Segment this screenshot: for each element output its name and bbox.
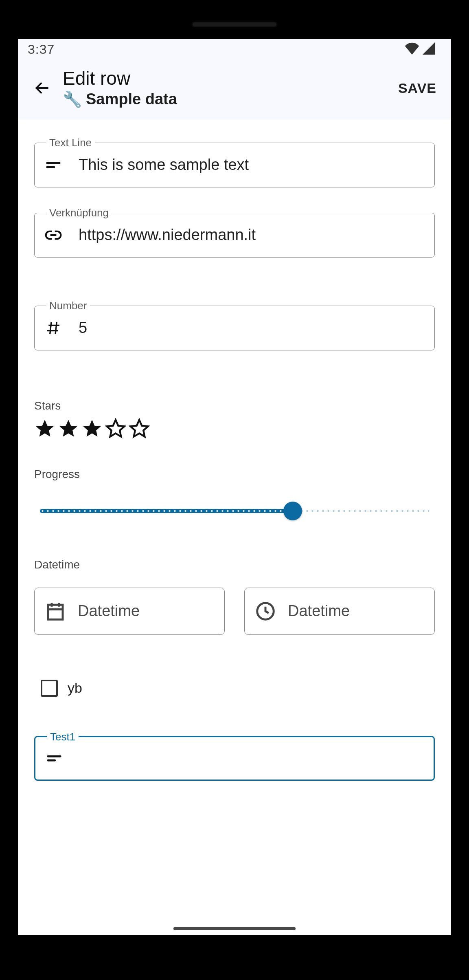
- datetime-date-button-label: Datetime: [78, 602, 140, 620]
- speaker-slot: [192, 22, 277, 27]
- datetime-label: Datetime: [34, 558, 435, 571]
- checkbox-yb-label: yb: [68, 680, 82, 696]
- page-subtitle: Sample data: [86, 90, 177, 108]
- text-line-input[interactable]: [78, 156, 426, 174]
- screen: 3:37 Edit row 🔧 Sample data: [18, 39, 451, 935]
- progress-slider[interactable]: [40, 503, 429, 519]
- clock-icon: [254, 600, 276, 622]
- star-2[interactable]: [58, 418, 79, 439]
- slider-thumb[interactable]: [283, 502, 302, 520]
- progress-label: Progress: [34, 468, 435, 481]
- datetime-time-button[interactable]: Datetime: [244, 588, 435, 635]
- stars-label: Stars: [34, 399, 435, 412]
- link-input[interactable]: [78, 226, 426, 244]
- page-title: Edit row: [63, 68, 396, 89]
- test1-input[interactable]: [79, 749, 425, 767]
- test1-label: Test1: [47, 731, 79, 743]
- datetime-time-button-label: Datetime: [288, 602, 350, 620]
- gesture-bar: [173, 927, 296, 930]
- text-line-field[interactable]: Text Line: [34, 143, 435, 187]
- datetime-date-button[interactable]: Datetime: [34, 588, 225, 635]
- save-button[interactable]: SAVE: [396, 80, 439, 97]
- number-field[interactable]: Number: [34, 306, 435, 350]
- app-bar: Edit row 🔧 Sample data SAVE: [18, 60, 451, 120]
- star-3[interactable]: [81, 418, 103, 439]
- page-subtitle-row: 🔧 Sample data: [63, 90, 396, 108]
- notes-icon: [44, 750, 65, 766]
- link-field[interactable]: Verknüpfung: [34, 213, 435, 258]
- back-button[interactable]: [30, 76, 55, 100]
- link-icon: [43, 226, 64, 244]
- text-line-label: Text Line: [46, 137, 95, 149]
- calendar-icon: [44, 600, 66, 622]
- star-1[interactable]: [34, 418, 55, 439]
- device-frame: 3:37 Edit row 🔧 Sample data: [12, 12, 457, 949]
- wrench-icon: 🔧: [63, 90, 82, 108]
- hash-icon: [43, 320, 64, 336]
- status-bar: 3:37: [18, 39, 451, 60]
- checkbox-yb[interactable]: [41, 680, 58, 697]
- status-time: 3:37: [28, 42, 55, 57]
- notes-icon: [43, 157, 64, 173]
- test1-field[interactable]: Test1: [34, 736, 435, 781]
- stars-rating[interactable]: [34, 418, 435, 439]
- cell-signal-icon: [423, 42, 435, 56]
- star-5[interactable]: [129, 418, 150, 439]
- checkbox-row[interactable]: yb: [34, 680, 435, 697]
- slider-fill-dots: [40, 509, 293, 513]
- form-content: Text Line Verknüpfung Number: [18, 120, 451, 781]
- arrow-left-icon: [33, 79, 51, 97]
- star-4[interactable]: [105, 418, 126, 439]
- number-input[interactable]: [78, 319, 426, 337]
- wifi-icon: [405, 42, 419, 56]
- number-label: Number: [46, 300, 90, 312]
- link-label: Verknüpfung: [46, 207, 112, 219]
